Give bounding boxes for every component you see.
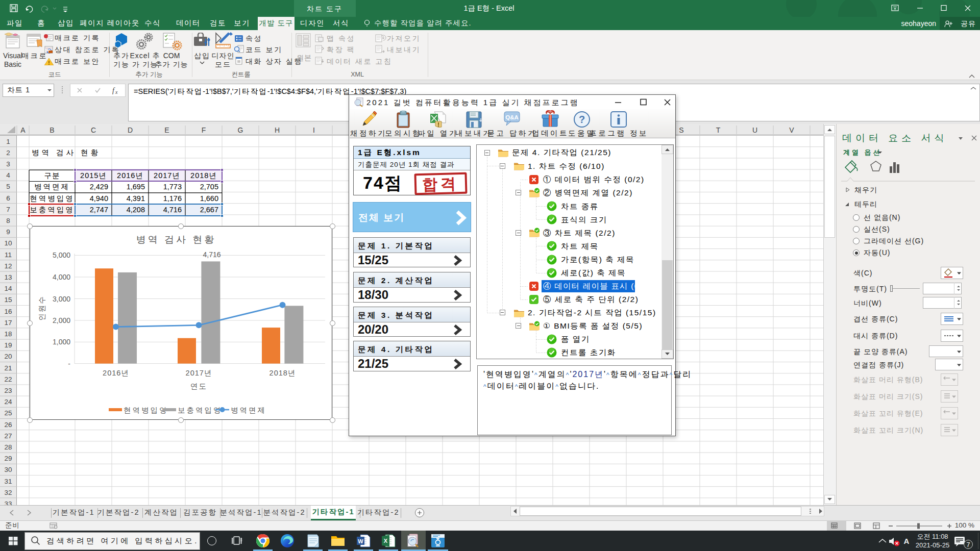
svg-text:G: G — [238, 126, 243, 134]
svg-text:11: 11 — [5, 251, 12, 259]
svg-text:U: U — [752, 126, 757, 134]
svg-text:19: 19 — [4, 341, 12, 349]
svg-text:9: 9 — [6, 228, 10, 236]
svg-text:22: 22 — [4, 375, 12, 383]
svg-text:A: A — [20, 126, 26, 134]
svg-text:15: 15 — [4, 296, 12, 304]
svg-text:4,716: 4,716 — [203, 251, 220, 259]
svg-text:7: 7 — [967, 541, 970, 548]
svg-text:10: 10 — [4, 239, 12, 247]
svg-text:2016년: 2016년 — [103, 369, 129, 377]
svg-text:E: E — [164, 126, 169, 134]
svg-text:31: 31 — [4, 478, 12, 485]
svg-text:27: 27 — [4, 432, 12, 440]
svg-text:B: B — [50, 126, 54, 134]
svg-text:16: 16 — [4, 308, 12, 315]
svg-text:28: 28 — [4, 443, 12, 451]
svg-text:12: 12 — [4, 262, 12, 270]
svg-text:17: 17 — [4, 319, 12, 327]
svg-text:T: T — [716, 126, 721, 134]
svg-text:26: 26 — [4, 421, 12, 429]
svg-text:X: X — [384, 538, 388, 544]
svg-text:H: H — [275, 126, 280, 134]
svg-text:V: V — [789, 126, 794, 134]
svg-text:3: 3 — [6, 160, 10, 168]
svg-text:C: C — [91, 126, 96, 134]
svg-text:Q&A: Q&A — [505, 114, 519, 120]
svg-text:인원수: 인원수 — [38, 295, 46, 321]
svg-text:2018년: 2018년 — [270, 369, 296, 377]
svg-text:현역병입영: 현역병입영 — [124, 406, 168, 414]
svg-text:1: 1 — [6, 138, 10, 145]
svg-text:32: 32 — [4, 489, 12, 496]
svg-text:4,000: 4,000 — [53, 273, 70, 281]
svg-text:2017년: 2017년 — [186, 369, 212, 377]
svg-text:병역 검사 현황: 병역 검사 현황 — [136, 234, 216, 245]
svg-text:5: 5 — [6, 183, 10, 190]
svg-text:x: x — [115, 89, 118, 95]
svg-text:D: D — [128, 126, 133, 134]
svg-text:-: - — [68, 360, 70, 368]
svg-text:6: 6 — [6, 194, 10, 202]
svg-text:29: 29 — [4, 455, 12, 462]
svg-text:18: 18 — [4, 330, 12, 338]
svg-text:23: 23 — [4, 387, 12, 394]
svg-text:4: 4 — [6, 171, 10, 179]
svg-text:2: 2 — [6, 149, 10, 157]
svg-text:병역면제: 병역면제 — [231, 406, 266, 414]
svg-text:S: S — [679, 126, 683, 134]
svg-text:8: 8 — [6, 217, 10, 224]
svg-text:F: F — [202, 126, 206, 134]
svg-text:13: 13 — [4, 273, 12, 281]
svg-text:3,000: 3,000 — [53, 295, 70, 303]
svg-text:연도: 연도 — [190, 382, 207, 390]
svg-text:W: W — [358, 538, 363, 544]
svg-text:2,000: 2,000 — [53, 316, 70, 324]
svg-text:30: 30 — [4, 466, 12, 473]
svg-text:20: 20 — [4, 353, 12, 360]
svg-text:?: ? — [579, 114, 585, 125]
svg-text:5,000: 5,000 — [53, 251, 70, 259]
svg-text:I: I — [313, 126, 315, 134]
svg-text:24: 24 — [4, 398, 12, 406]
svg-text:14: 14 — [4, 285, 12, 292]
svg-text:21: 21 — [4, 364, 12, 372]
svg-text:25: 25 — [4, 409, 12, 417]
svg-text:7: 7 — [6, 206, 10, 213]
svg-text:1,000: 1,000 — [53, 338, 70, 346]
